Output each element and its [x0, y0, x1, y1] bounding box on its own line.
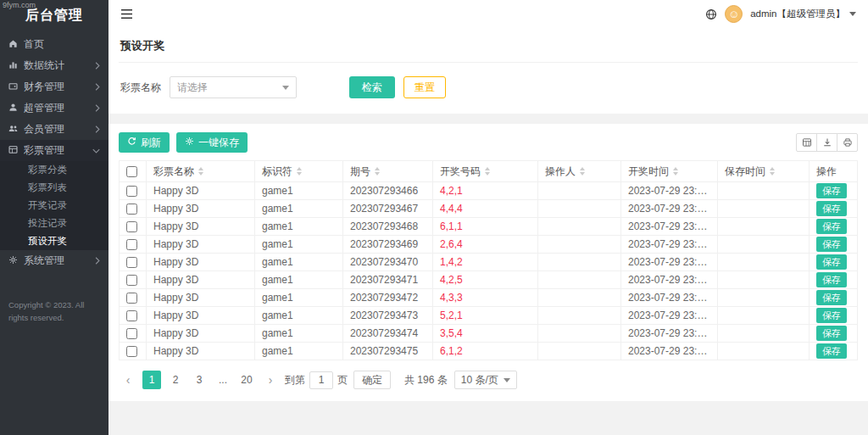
print-icon[interactable] — [837, 133, 858, 152]
sidebar-item-label: 开奖记录 — [28, 199, 67, 212]
column-label: 操作 — [816, 165, 837, 177]
sidebar-item-preset-draw[interactable]: 预设开奖 — [0, 232, 108, 250]
page-button-20[interactable]: 20 — [237, 371, 256, 389]
sort-icon[interactable] — [297, 167, 302, 176]
sidebar-item-members[interactable]: 会员管理 — [0, 119, 108, 140]
sidebar-item-bet-records[interactable]: 投注记录 — [0, 215, 108, 232]
row-checkbox[interactable] — [126, 328, 137, 339]
row-checkbox[interactable] — [126, 346, 137, 357]
row-save-button[interactable]: 保存 — [816, 183, 847, 198]
chart-icon — [8, 60, 18, 72]
user-menu[interactable]: admin【超级管理员】 — [750, 8, 856, 20]
row-checkbox[interactable] — [126, 239, 137, 250]
lottery-name-select[interactable]: 请选择 — [170, 76, 297, 98]
row-checkbox[interactable] — [126, 310, 137, 321]
cell-lottery-name: Happy 3D — [147, 236, 255, 254]
columns-icon[interactable] — [796, 133, 817, 152]
reset-button[interactable]: 重置 — [403, 76, 446, 98]
cell-actions: 保存 取消 — [810, 343, 858, 360]
cell-issue: 202307293467 — [343, 200, 433, 218]
cell-draw-time: 2023-07-29 23:42:01 — [621, 325, 718, 343]
topbar: ☺ admin【超级管理员】 — [108, 0, 868, 28]
home-icon — [8, 39, 18, 51]
header-cell[interactable]: 彩票名称 — [147, 161, 255, 182]
gear-icon — [8, 255, 18, 267]
cell-issue: 202307293475 — [343, 343, 433, 360]
jump-confirm-button[interactable]: 确定 — [353, 371, 391, 389]
row-save-button[interactable]: 保存 — [816, 201, 847, 216]
page-button-3[interactable]: 3 — [190, 371, 209, 389]
table-toolbar: 刷新 一键保存 — [119, 132, 858, 153]
row-save-button[interactable]: 保存 — [816, 326, 847, 341]
row-save-button[interactable]: 保存 — [816, 343, 847, 359]
column-label: 操作人 — [545, 165, 576, 177]
page-button-1[interactable]: 1 — [142, 371, 161, 389]
sidebar-item-label: 系统管理 — [24, 254, 64, 268]
cell-operator — [538, 325, 621, 343]
hamburger-menu-icon[interactable] — [120, 8, 133, 20]
header-cell[interactable]: 开奖号码 — [433, 161, 538, 182]
cell-operator — [538, 182, 621, 200]
sidebar-item-finance[interactable]: 财务管理 — [0, 76, 108, 98]
header-cell-checkbox — [120, 161, 147, 182]
row-checkbox[interactable] — [126, 293, 137, 304]
cell-draw-numbers: 6,1,1 — [433, 218, 538, 236]
cell-draw-numbers: 5,2,1 — [433, 307, 538, 325]
row-save-button[interactable]: 保存 — [816, 308, 847, 323]
cell-checkbox — [120, 343, 147, 360]
cell-operator — [538, 343, 621, 360]
prev-page-button[interactable]: ‹ — [119, 371, 137, 389]
sidebar-item-system[interactable]: 系统管理 — [0, 250, 108, 271]
row-save-button[interactable]: 保存 — [816, 219, 847, 234]
cell-actions: 保存 取消 — [810, 307, 858, 325]
sort-icon[interactable] — [673, 167, 678, 176]
row-checkbox[interactable] — [126, 257, 137, 268]
globe-icon[interactable] — [705, 8, 717, 20]
row-checkbox[interactable] — [126, 221, 137, 232]
row-save-button[interactable]: 保存 — [816, 254, 847, 270]
cell-actions: 保存 取消 — [810, 325, 858, 343]
header-cell[interactable]: 保存时间 — [718, 161, 810, 182]
row-save-button[interactable]: 保存 — [816, 237, 847, 252]
sort-icon[interactable] — [198, 167, 203, 176]
cell-lottery-name: Happy 3D — [147, 218, 255, 236]
header-cell[interactable]: 期号 — [343, 161, 433, 182]
jump-page-input[interactable] — [309, 371, 333, 389]
refresh-button[interactable]: 刷新 — [119, 132, 170, 153]
header-cell[interactable]: 操作人 — [538, 161, 621, 182]
finance-icon — [8, 81, 18, 93]
cell-code: game1 — [255, 218, 343, 236]
cell-actions: 保存 取消 — [810, 236, 858, 254]
sidebar-item-home[interactable]: 首页 — [0, 34, 108, 55]
row-checkbox[interactable] — [126, 186, 137, 197]
search-button[interactable]: 检索 — [349, 76, 395, 98]
sidebar-item-lottery-list[interactable]: 彩票列表 — [0, 179, 108, 197]
header-cell[interactable]: 标识符 — [255, 161, 343, 182]
row-save-button[interactable]: 保存 — [816, 272, 847, 287]
row-checkbox[interactable] — [126, 204, 137, 215]
sort-icon[interactable] — [375, 167, 380, 176]
cell-code: game1 — [255, 307, 343, 325]
save-all-button[interactable]: 一键保存 — [176, 132, 248, 153]
cell-draw-time: 2023-07-29 23:33:01 — [621, 271, 718, 289]
pagination: ‹ 1 2 3 ... 20 › 到第 页 确定 共 196 条 10 条/页 — [119, 371, 858, 389]
select-all-checkbox[interactable] — [126, 166, 137, 177]
row-checkbox[interactable] — [126, 275, 137, 286]
row-save-button[interactable]: 保存 — [816, 290, 847, 305]
export-icon[interactable] — [816, 133, 837, 152]
sort-icon[interactable] — [485, 167, 490, 176]
sort-icon[interactable] — [580, 167, 585, 176]
per-page-select[interactable]: 10 条/页 — [454, 371, 517, 389]
avatar[interactable]: ☺ — [725, 5, 743, 23]
sidebar-item-superadmin[interactable]: 超管管理 — [0, 98, 108, 119]
header-cell[interactable]: 开奖时间 — [621, 161, 718, 182]
sidebar-menu: 首页 数据统计 财务管理 超管管理 会员管理 彩票管理 — [0, 34, 108, 271]
sort-icon[interactable] — [770, 167, 775, 176]
page-title: 预设开奖 — [119, 28, 858, 63]
sidebar-item-stats[interactable]: 数据统计 — [0, 55, 108, 76]
sidebar-item-lottery-category[interactable]: 彩票分类 — [0, 161, 108, 179]
sidebar-item-draw-records[interactable]: 开奖记录 — [0, 197, 108, 215]
page-button-2[interactable]: 2 — [166, 371, 185, 389]
sidebar-item-lottery[interactable]: 彩票管理 — [0, 140, 108, 161]
next-page-button[interactable]: › — [261, 371, 280, 389]
